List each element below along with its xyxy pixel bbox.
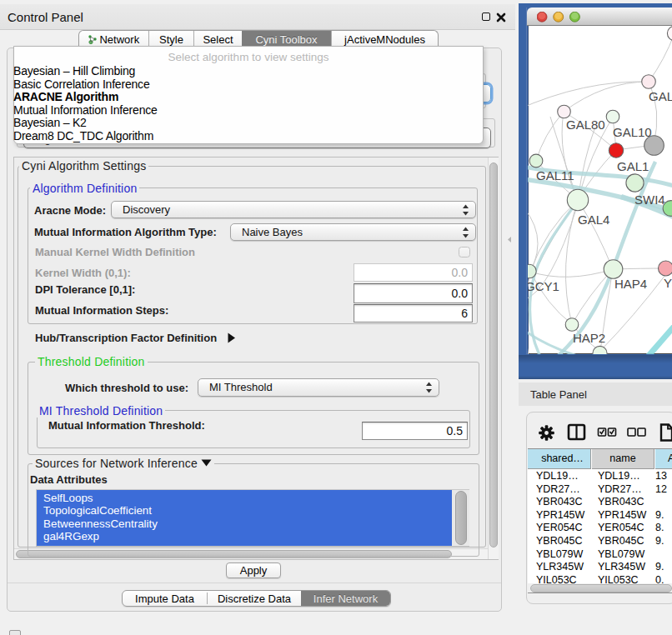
svg-text:GAL10: GAL10 xyxy=(613,125,652,139)
svg-text:YJ: YJ xyxy=(664,276,672,290)
svg-text:GAL7: GAL7 xyxy=(649,89,672,103)
svg-text:HAP2: HAP2 xyxy=(573,331,605,345)
svg-text:GAL80: GAL80 xyxy=(566,118,605,132)
svg-text:GAL11: GAL11 xyxy=(536,168,574,182)
svg-text:GCY1: GCY1 xyxy=(528,279,559,293)
svg-text:GAL4: GAL4 xyxy=(578,212,609,227)
svg-text:SWI4: SWI4 xyxy=(634,192,665,207)
svg-text:HAP4: HAP4 xyxy=(614,277,647,291)
svg-text:GAL1: GAL1 xyxy=(617,159,649,173)
